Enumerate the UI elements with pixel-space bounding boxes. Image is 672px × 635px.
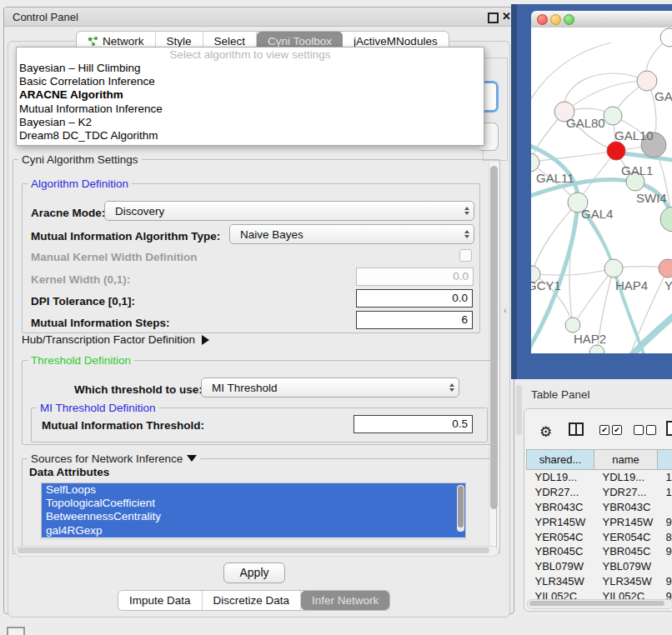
mi-threshold-field[interactable]: 0.5 (354, 415, 473, 433)
mi-steps-field[interactable]: 6 (356, 311, 473, 329)
network-edge[interactable] (574, 268, 614, 325)
table-row[interactable]: YPR145WYPR145W9. (527, 514, 672, 529)
splitter-handle[interactable] (516, 385, 522, 435)
algorithm-option[interactable]: Basic Correlation Inference (17, 75, 484, 88)
table-cell: 9. (658, 514, 672, 529)
table-cell: YDL19... (527, 470, 594, 485)
minimized-panel-icon[interactable] (7, 627, 25, 635)
data-attributes-list[interactable]: SelfLoopsTopologicalCoefficientBetweenne… (41, 482, 466, 539)
table-row[interactable]: YBR045CYBR045C9. (527, 544, 672, 559)
network-node[interactable] (660, 207, 672, 232)
network-view-canvas[interactable]: GALGAL80GAL10GAL1GAL11SWI4GAL4GCY1HAP4YH… (531, 28, 672, 353)
kernel-width-field: 0.0 (356, 268, 474, 286)
table-cell: YPR145W (527, 514, 594, 529)
table-header-row[interactable]: shared...name (527, 450, 672, 470)
table-column-header[interactable] (658, 450, 672, 470)
attribute-list-item[interactable]: BetweennessCentrality (42, 510, 465, 523)
control-panel-title: Control Panel (13, 11, 78, 23)
hub-definition-toggle[interactable]: Hub/Transcription Factor Definition (22, 333, 209, 346)
node-attribute-table[interactable]: shared...name YDL19...YDL19...13YDR27...… (526, 449, 672, 603)
attribute-list-item[interactable]: TopologicalCoefficient (42, 497, 465, 510)
collapse-down-icon (187, 455, 197, 462)
table-cell: YLR345W (594, 574, 658, 589)
settings-hscrollbar-thumb[interactable] (18, 548, 489, 553)
manual-kernel-checkbox[interactable] (459, 249, 472, 262)
network-edge[interactable] (532, 268, 614, 275)
table-column-header[interactable]: shared... (527, 450, 594, 470)
minimize-traffic-icon[interactable] (550, 14, 561, 25)
gear-icon[interactable]: ⚙ (539, 423, 552, 440)
network-node-label: HAP4 (615, 278, 648, 292)
apply-button[interactable]: Apply (223, 562, 285, 583)
table-row[interactable]: YDL19...YDL19...13 (527, 470, 672, 485)
sources-group: Sources for Network Inference Data Attri… (22, 458, 497, 548)
attribute-list-item[interactable]: SelfLoops (42, 483, 465, 497)
document-icon[interactable] (666, 421, 672, 436)
table-cell: YPR145W (594, 514, 658, 529)
network-node[interactable] (607, 142, 625, 160)
table-cell: 8. (658, 529, 672, 544)
settings-horizontal-scrollbar[interactable] (15, 546, 499, 557)
table-column-header[interactable]: name (594, 450, 658, 470)
table-cell: 13 (658, 470, 672, 485)
table-row[interactable]: YER054CYER054C8. (527, 529, 672, 544)
table-row[interactable]: YDR27...YDR27...12 (527, 485, 672, 500)
algorithm-option[interactable]: Bayesian – K2 (17, 116, 484, 129)
aracne-mode-combo[interactable]: Discovery (104, 201, 474, 221)
network-node[interactable] (604, 107, 622, 125)
algorithm-option[interactable]: ARACNE Algorithm (17, 88, 484, 102)
sources-group-title[interactable]: Sources for Network Inference (28, 452, 200, 465)
table-cell: YER054C (527, 529, 594, 544)
algorithm-option[interactable]: Bayesian – Hill Climbing (17, 62, 484, 75)
select-all-checkbox-icon[interactable]: ✔ (599, 425, 609, 435)
table-cell: YBR045C (527, 544, 594, 559)
panel-splitter-arrow[interactable]: ‹ (504, 305, 507, 315)
network-node[interactable] (637, 71, 657, 91)
attributes-scrollbar-thumb[interactable] (458, 486, 464, 528)
network-edge[interactable] (564, 73, 647, 112)
table-cell: YBR045C (594, 544, 658, 559)
attribute-list-item[interactable]: gal4RGexp (42, 524, 465, 538)
table-row[interactable]: YLR345WYLR345W9. (527, 574, 672, 589)
network-node[interactable] (589, 345, 604, 353)
tab-impute-data-label: Impute Data (129, 594, 191, 607)
select-all-checkbox-icon-2[interactable]: ✔ (612, 425, 622, 435)
network-node[interactable] (604, 259, 623, 278)
mi-type-value: Naive Bayes (230, 228, 460, 241)
zoom-traffic-icon[interactable] (564, 14, 574, 25)
split-columns-icon[interactable] (569, 422, 584, 436)
mi-type-combo[interactable]: Naive Bayes (229, 224, 474, 244)
table-cell: 9. (658, 574, 672, 589)
table-horizontal-scrollbar[interactable] (527, 599, 672, 609)
tab-discretize-data[interactable]: Discretize Data (203, 591, 302, 610)
table-row[interactable]: YBL079WYBL079W (527, 559, 672, 574)
network-edge[interactable] (564, 81, 647, 112)
attributes-scrollbar[interactable] (457, 485, 464, 532)
deselect-all-checkbox-icon-2[interactable] (646, 425, 656, 435)
close-traffic-icon[interactable] (537, 14, 548, 25)
mi-threshold-definition-group: MI Threshold Definition Mutual Informati… (31, 408, 488, 442)
algorithm-option[interactable]: Mutual Information Inference (17, 102, 484, 116)
network-window-titlebar[interactable] (531, 11, 672, 28)
which-threshold-combo[interactable]: MI Threshold (201, 378, 459, 398)
mi-threshold-label: Mutual Information Threshold: (42, 417, 204, 435)
algorithm-option[interactable]: Dream8 DC_TDC Algorithm (17, 129, 484, 142)
network-node[interactable] (659, 259, 672, 278)
aracne-mode-label: Aracne Mode: (31, 204, 105, 222)
control-panel-titlebar[interactable]: Control Panel ✕ (4, 8, 514, 27)
cyni-mode-tabbar: Impute Data Discretize Data Infer Networ… (118, 590, 390, 611)
float-window-icon[interactable] (488, 12, 499, 23)
data-attributes-label: Data Attributes (29, 466, 109, 478)
table-row[interactable]: YBR043CYBR043C (527, 500, 672, 515)
close-icon[interactable]: ✕ (502, 10, 511, 22)
threshold-definition-title: Threshold Definition (28, 354, 134, 367)
network-node[interactable] (565, 318, 580, 332)
tab-infer-network[interactable]: Infer Network (301, 591, 389, 610)
table-cell: YBL079W (527, 559, 594, 574)
table-hscrollbar-thumb[interactable] (529, 601, 664, 606)
deselect-all-checkbox-icon[interactable] (634, 425, 644, 435)
tab-impute-data[interactable]: Impute Data (118, 591, 203, 610)
network-node-label: Y (664, 278, 672, 292)
dpi-tolerance-field[interactable]: 0.0 (356, 289, 473, 308)
tab-infer-network-label: Infer Network (312, 594, 379, 607)
